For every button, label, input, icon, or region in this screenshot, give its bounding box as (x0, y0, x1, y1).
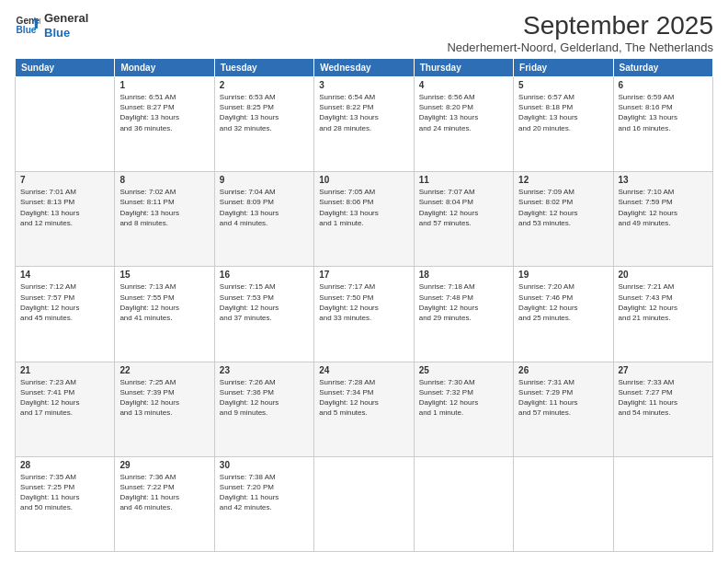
day-info: Sunrise: 7:28 AM Sunset: 7:34 PM Dayligh… (319, 377, 408, 419)
day-number: 7 (20, 175, 109, 185)
day-number: 15 (119, 270, 209, 280)
day-number: 21 (20, 365, 109, 375)
calendar-cell: 22Sunrise: 7:25 AM Sunset: 7:39 PM Dayli… (115, 362, 214, 456)
page: General Blue General Blue September 2025… (0, 0, 728, 563)
day-number: 16 (220, 270, 309, 280)
calendar-cell: 9Sunrise: 7:04 AM Sunset: 8:09 PM Daylig… (214, 172, 313, 267)
calendar-cell: 3Sunrise: 6:54 AM Sunset: 8:22 PM Daylig… (314, 77, 414, 172)
day-number: 14 (20, 270, 109, 280)
day-number: 9 (220, 175, 309, 185)
day-info: Sunrise: 7:30 AM Sunset: 7:32 PM Dayligh… (419, 377, 508, 419)
logo-icon: General Blue (15, 13, 40, 39)
calendar-cell: 2Sunrise: 6:53 AM Sunset: 8:25 PM Daylig… (214, 77, 313, 172)
day-number: 17 (319, 270, 408, 280)
calendar-cell: 19Sunrise: 7:20 AM Sunset: 7:46 PM Dayli… (514, 267, 613, 362)
calendar-cell: 30Sunrise: 7:38 AM Sunset: 7:20 PM Dayli… (214, 456, 313, 551)
day-info: Sunrise: 6:59 AM Sunset: 8:16 PM Dayligh… (619, 92, 708, 133)
calendar-cell: 15Sunrise: 7:13 AM Sunset: 7:55 PM Dayli… (115, 267, 214, 362)
weekday-header-saturday: Saturday (613, 59, 712, 77)
calendar-cell: 24Sunrise: 7:28 AM Sunset: 7:34 PM Dayli… (314, 362, 414, 456)
header: General Blue General Blue September 2025… (15, 11, 713, 54)
day-info: Sunrise: 6:54 AM Sunset: 8:22 PM Dayligh… (319, 92, 408, 133)
day-info: Sunrise: 7:35 AM Sunset: 7:25 PM Dayligh… (20, 472, 109, 513)
calendar-table: SundayMondayTuesdayWednesdayThursdayFrid… (15, 58, 713, 552)
day-info: Sunrise: 7:36 AM Sunset: 7:22 PM Dayligh… (119, 472, 209, 513)
day-info: Sunrise: 7:18 AM Sunset: 7:48 PM Dayligh… (419, 282, 508, 323)
day-info: Sunrise: 7:21 AM Sunset: 7:43 PM Dayligh… (619, 282, 708, 323)
day-info: Sunrise: 6:57 AM Sunset: 8:18 PM Dayligh… (518, 92, 608, 133)
day-info: Sunrise: 7:07 AM Sunset: 8:04 PM Dayligh… (419, 187, 508, 228)
day-number: 4 (419, 80, 508, 90)
day-info: Sunrise: 7:15 AM Sunset: 7:53 PM Dayligh… (220, 282, 309, 323)
day-number: 27 (619, 365, 708, 375)
calendar-cell: 20Sunrise: 7:21 AM Sunset: 7:43 PM Dayli… (613, 267, 712, 362)
day-number: 12 (518, 175, 608, 185)
day-info: Sunrise: 7:01 AM Sunset: 8:13 PM Dayligh… (20, 187, 109, 228)
weekday-header-wednesday: Wednesday (314, 59, 414, 77)
day-number: 2 (220, 80, 309, 90)
day-info: Sunrise: 6:51 AM Sunset: 8:27 PM Dayligh… (119, 92, 209, 133)
calendar-cell: 18Sunrise: 7:18 AM Sunset: 7:48 PM Dayli… (414, 267, 513, 362)
calendar-cell: 17Sunrise: 7:17 AM Sunset: 7:50 PM Dayli… (314, 267, 414, 362)
day-number: 10 (319, 175, 408, 185)
day-info: Sunrise: 7:12 AM Sunset: 7:57 PM Dayligh… (20, 282, 109, 323)
calendar-cell (314, 456, 414, 551)
day-number: 19 (518, 270, 608, 280)
weekday-header-tuesday: Tuesday (214, 59, 313, 77)
calendar-cell: 14Sunrise: 7:12 AM Sunset: 7:57 PM Dayli… (16, 267, 115, 362)
day-number: 28 (20, 460, 109, 470)
day-number: 30 (220, 460, 309, 470)
day-info: Sunrise: 6:56 AM Sunset: 8:20 PM Dayligh… (419, 92, 508, 133)
calendar-week-2: 7Sunrise: 7:01 AM Sunset: 8:13 PM Daylig… (16, 172, 713, 267)
calendar-cell: 25Sunrise: 7:30 AM Sunset: 7:32 PM Dayli… (414, 362, 513, 456)
calendar-cell: 8Sunrise: 7:02 AM Sunset: 8:11 PM Daylig… (115, 172, 214, 267)
weekday-header-friday: Friday (514, 59, 613, 77)
day-number: 11 (419, 175, 508, 185)
calendar-cell: 5Sunrise: 6:57 AM Sunset: 8:18 PM Daylig… (514, 77, 613, 172)
calendar-cell (414, 456, 513, 551)
weekday-header-thursday: Thursday (414, 59, 513, 77)
day-info: Sunrise: 7:23 AM Sunset: 7:41 PM Dayligh… (20, 377, 109, 419)
day-number: 22 (119, 365, 209, 375)
day-number: 8 (119, 175, 209, 185)
calendar-cell: 16Sunrise: 7:15 AM Sunset: 7:53 PM Dayli… (214, 267, 313, 362)
calendar-week-5: 28Sunrise: 7:35 AM Sunset: 7:25 PM Dayli… (16, 456, 713, 551)
day-number: 1 (119, 80, 209, 90)
month-title: September 2025 (447, 11, 713, 40)
day-info: Sunrise: 7:25 AM Sunset: 7:39 PM Dayligh… (119, 377, 209, 419)
day-number: 13 (619, 175, 708, 185)
calendar-cell: 10Sunrise: 7:05 AM Sunset: 8:06 PM Dayli… (314, 172, 414, 267)
calendar-cell: 21Sunrise: 7:23 AM Sunset: 7:41 PM Dayli… (16, 362, 115, 456)
subtitle: Nederhemert-Noord, Gelderland, The Nethe… (447, 40, 713, 54)
day-info: Sunrise: 7:31 AM Sunset: 7:29 PM Dayligh… (518, 377, 608, 419)
day-info: Sunrise: 7:10 AM Sunset: 7:59 PM Dayligh… (619, 187, 708, 228)
day-number: 3 (319, 80, 408, 90)
calendar-week-1: 1Sunrise: 6:51 AM Sunset: 8:27 PM Daylig… (16, 77, 713, 172)
calendar-cell: 23Sunrise: 7:26 AM Sunset: 7:36 PM Dayli… (214, 362, 313, 456)
day-info: Sunrise: 7:13 AM Sunset: 7:55 PM Dayligh… (119, 282, 209, 323)
weekday-header-monday: Monday (115, 59, 214, 77)
calendar-cell: 12Sunrise: 7:09 AM Sunset: 8:02 PM Dayli… (514, 172, 613, 267)
calendar-cell (613, 456, 712, 551)
day-number: 29 (119, 460, 209, 470)
day-info: Sunrise: 7:04 AM Sunset: 8:09 PM Dayligh… (220, 187, 309, 228)
day-info: Sunrise: 7:38 AM Sunset: 7:20 PM Dayligh… (220, 472, 309, 513)
day-info: Sunrise: 6:53 AM Sunset: 8:25 PM Dayligh… (220, 92, 309, 133)
logo: General Blue General Blue (15, 11, 88, 40)
day-number: 24 (319, 365, 408, 375)
calendar-cell: 11Sunrise: 7:07 AM Sunset: 8:04 PM Dayli… (414, 172, 513, 267)
calendar-cell: 28Sunrise: 7:35 AM Sunset: 7:25 PM Dayli… (16, 456, 115, 551)
day-number: 20 (619, 270, 708, 280)
calendar-cell: 4Sunrise: 6:56 AM Sunset: 8:20 PM Daylig… (414, 77, 513, 172)
day-info: Sunrise: 7:17 AM Sunset: 7:50 PM Dayligh… (319, 282, 408, 323)
calendar-cell (16, 77, 115, 172)
day-number: 23 (220, 365, 309, 375)
day-number: 25 (419, 365, 508, 375)
day-number: 18 (419, 270, 508, 280)
day-info: Sunrise: 7:05 AM Sunset: 8:06 PM Dayligh… (319, 187, 408, 228)
calendar-week-3: 14Sunrise: 7:12 AM Sunset: 7:57 PM Dayli… (16, 267, 713, 362)
calendar-cell: 26Sunrise: 7:31 AM Sunset: 7:29 PM Dayli… (514, 362, 613, 456)
calendar-cell: 7Sunrise: 7:01 AM Sunset: 8:13 PM Daylig… (16, 172, 115, 267)
svg-text:Blue: Blue (17, 24, 37, 34)
weekday-header-row: SundayMondayTuesdayWednesdayThursdayFrid… (16, 59, 713, 77)
